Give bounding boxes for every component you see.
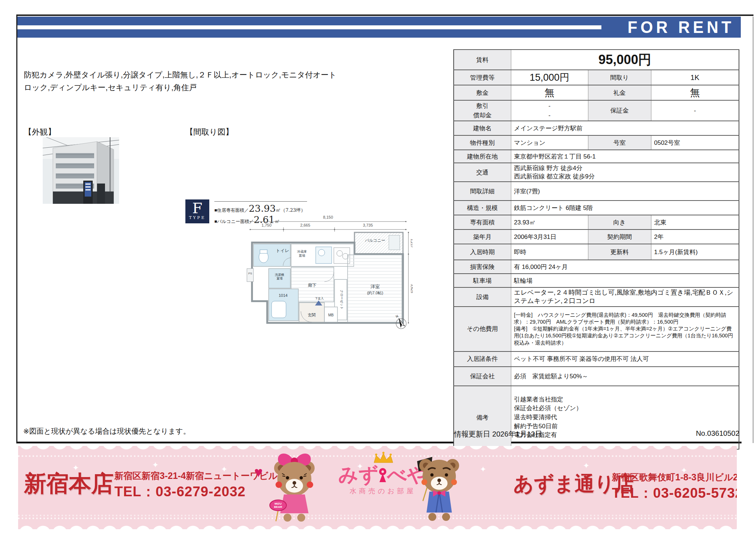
mb-label: MB [328, 313, 334, 317]
structure-value: 鉄筋コンクリート 6階建 5階 [511, 201, 739, 215]
document-left-border [16, 14, 17, 443]
built-date-label: 築年月 [454, 229, 511, 244]
drawing-disclaimer-note: ※図面と現状が異なる場合は現状優先となります。 [23, 426, 190, 436]
floorplan-type-badge: F TYPE [185, 199, 209, 223]
bear-sign-text-2: BEAR [274, 505, 282, 509]
shop1-address: 新宿区新宿3-21-4新宿ニュートーワビル1階 [114, 470, 292, 482]
ps-label: PS [248, 272, 252, 275]
room-number-value: 0502号室 [651, 135, 739, 150]
shop2-info: 新宿区歌舞伎町1-8-3良川ビル2階 TEL：03-6205-5732 [612, 471, 737, 502]
toilet-label: トイレ [276, 248, 289, 253]
remarks-label: 備考 [454, 386, 511, 449]
property-feature-description: 防犯カメラ,外壁タイル張り,分譲タイプ,上階無し,２Ｆ以上,オートロック,モニタ… [24, 69, 342, 94]
other-fees-line-2: [備考] ①短期解約違約金有（1年未満=1ヶ月、半年未満=2ヶ月）②エアコンクリ… [514, 325, 736, 346]
renewal-fee-value: 1.5ヶ月(新賃料) [651, 244, 739, 260]
fridge-label-2: 置場 [299, 254, 305, 257]
for-rent-title: FOR RENT [627, 17, 734, 37]
shokyaku-label: 償却金 [457, 111, 508, 120]
living-area-unit: ㎡ [276, 207, 281, 213]
deposit-value: 無 [511, 85, 588, 100]
layout-type-label: 間取り [588, 70, 651, 85]
guarantor-company-label: 保証会社 [454, 367, 511, 386]
building-name-value: メインステージ野方駅前 [511, 121, 739, 135]
living-area-tsubo: （7.23坪） [281, 207, 306, 213]
deposit-label: 敷金 [454, 85, 511, 100]
layout-detail-value: 洋室(7畳) [511, 182, 739, 201]
dim-total: 8,150 [323, 215, 333, 219]
access-value: 西武新宿線 野方 徒歩4分 西武新宿線 都立家政 徒歩9分 [511, 163, 739, 182]
layout-detail-label: 間取詳細 [454, 182, 511, 201]
document-number: No.03610502 [696, 429, 739, 438]
exclusive-area-value: 23.93㎡ [511, 215, 588, 229]
crown-icon [371, 452, 394, 464]
property-type-label: 物件種別 [454, 135, 511, 150]
type-word: TYPE [185, 215, 209, 220]
entrance-label: 玄関 [308, 313, 316, 317]
shikibiki-shokyaku-label: 敷引 償却金 [454, 100, 511, 121]
security-deposit-label: 保証金 [588, 100, 651, 121]
rent-value: 95,000円 [511, 50, 739, 70]
parking-value: 駐輪場 [511, 274, 739, 287]
heart-icon: ♥ [254, 464, 263, 480]
parking-label: 駐車場 [454, 274, 511, 287]
renewal-fee-label: 更新料 [588, 244, 651, 260]
shop1-tel: TEL：03-6279-2032 [114, 483, 292, 501]
sparkle-icon: ✦ [583, 461, 589, 471]
bath-label: 1014 [279, 293, 287, 298]
living-area-label: ■住居専有面積／ [214, 208, 249, 213]
built-date-value: 2006年3月31日 [511, 229, 588, 244]
shop2-address: 新宿区歌舞伎町1-8-3良川ビル2階 [612, 471, 737, 483]
contract-period-value: 2年 [651, 229, 739, 244]
rent-label: 賃料 [454, 50, 511, 70]
building-name-label: 建物名 [454, 121, 511, 135]
other-fees-value: [一時金] ハウスクリーニング費用(退去時請求)：49,500円 退去時鍵交換費… [511, 307, 739, 351]
girl-bear-mascot: MIZU BEAR [267, 448, 322, 527]
dim-seg2: 2,665 [300, 223, 310, 227]
equipment-value: エレベーター,２４時間ゴミ出し可,風除室,敷地内ゴミ置き場,宅配ＢＯＸ,システム… [511, 287, 739, 307]
security-deposit-value: - [651, 100, 739, 121]
shoes-label: 下足入 [315, 297, 324, 300]
lace-bottom-1 [18, 518, 737, 519]
exclusive-area-label: 専有面積 [454, 215, 511, 229]
insurance-value: 有 16,000円 24ヶ月 [511, 260, 739, 274]
move-in-value: 即時 [511, 244, 588, 260]
shop-banner: ✦ ✦ ✦ ✦ ✦ ✦ ✦ 新宿本店 新宿区新宿3-21-4新宿ニュートーワビル… [18, 446, 737, 529]
boy-bear-mascot [412, 450, 466, 526]
dim-seg1: 1,750 [261, 223, 272, 227]
remarks-line-1: 引越業者当社指定 [514, 395, 736, 404]
room-number-label: 号室 [588, 135, 651, 150]
other-fees-line-1: [一時金] ハウスクリーニング費用(退去時請求)：49,500円 退去時鍵交換費… [514, 312, 736, 326]
conditions-value: ペット不可 事務所不可 楽器等の使用不可 法人可 [511, 351, 739, 367]
shop2-tel: TEL：03-6205-5732 [612, 484, 737, 502]
dim-seg3: 3,735 [363, 223, 373, 227]
access-label: 交通 [454, 163, 511, 182]
legend-rule [214, 201, 307, 202]
remarks-value: 引越業者当社指定 保証会社必須（セゾン） 退去時要清掃代 解約予告50日前 電力… [511, 386, 739, 449]
shokyaku-value: - [514, 111, 585, 120]
management-fee-label: 管理費等 [454, 70, 511, 85]
lace-bottom-2 [18, 515, 737, 516]
direction-value: 北東 [651, 215, 739, 229]
access-line-2: 西武新宿線 都立家政 徒歩9分 [514, 172, 736, 181]
direction-label: 向き [588, 215, 651, 229]
main-room-label: 洋室 [370, 284, 380, 289]
other-fees-label: その他費用 [454, 307, 511, 351]
management-fee-value: 15,000円 [511, 70, 588, 85]
living-area-value: 23.93 [249, 203, 276, 214]
main-room-size: (約7.0帖) [367, 291, 383, 295]
move-in-label: 入居時期 [454, 244, 511, 260]
floorplan-section-label: 【間取り図】 [185, 127, 234, 138]
address-label: 建物所在地 [454, 150, 511, 163]
hall-label: 廊下 [308, 283, 316, 288]
shikibiki-shokyaku-value: - - [511, 100, 588, 121]
shop1-name: 新宿本店 [24, 468, 114, 499]
layout-type-value: 1K [651, 70, 739, 85]
header-stripe [17, 25, 601, 29]
key-money-value: 無 [651, 85, 739, 100]
floorplan-drawing: 8,150 1,750 2,665 3,735 バルコニー トイレ PS 冷蔵庫… [245, 214, 413, 331]
document-right-border [753, 17, 753, 443]
dim-right1: 1,217 [410, 239, 413, 248]
header-bar: FOR RENT [17, 17, 741, 38]
shikibiki-label: 敷引 [457, 101, 508, 111]
shop1-info: 新宿区新宿3-21-4新宿ニュートーワビル1階 TEL：03-6279-2032 [114, 470, 292, 501]
